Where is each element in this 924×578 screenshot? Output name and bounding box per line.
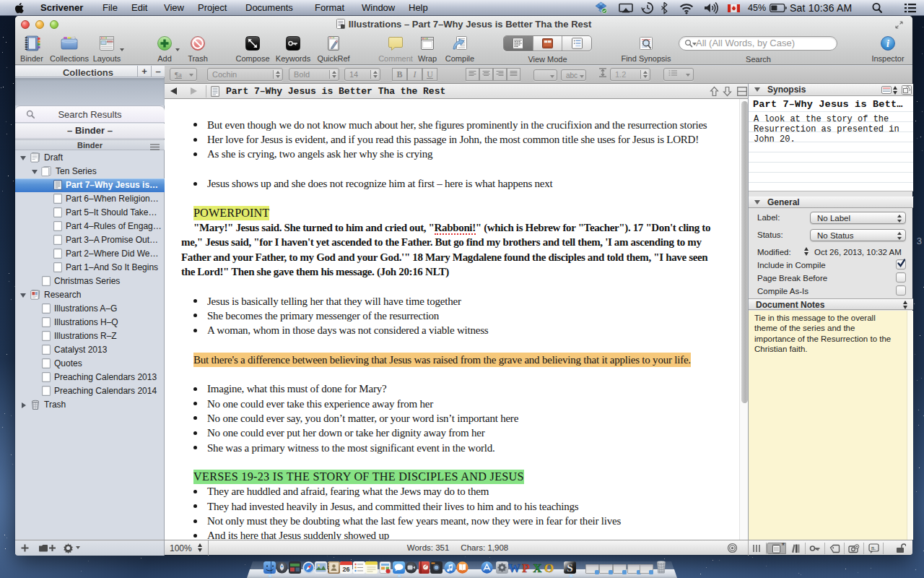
svg-text:n.: n. (871, 545, 876, 551)
svg-text:S: S (567, 562, 572, 574)
svg-text:W: W (508, 561, 520, 574)
svg-text:26: 26 (342, 566, 349, 573)
svg-text:i: i (886, 38, 889, 49)
svg-text:O: O (544, 561, 554, 574)
svg-text:X: X (533, 561, 542, 574)
svg-text:P: P (522, 561, 529, 574)
